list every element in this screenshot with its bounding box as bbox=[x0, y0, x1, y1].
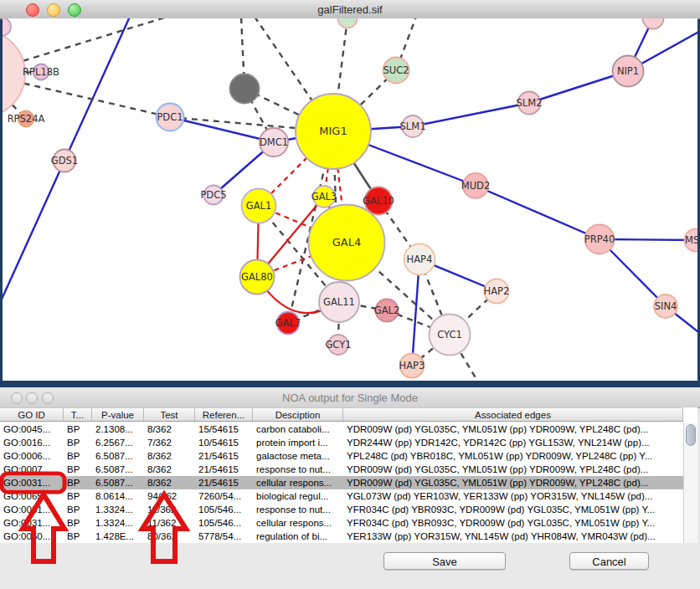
table-row[interactable]: GO:0016...BP6.2567...7/36210/54615protei… bbox=[0, 436, 683, 449]
edge-SLM1-SLM2[interactable] bbox=[413, 103, 529, 126]
cell: YFR034C (pd) YBR093C, YDR009W (pd) YGL03… bbox=[343, 516, 683, 530]
node-label-RPL18B: RPL18B bbox=[23, 66, 59, 78]
save-button[interactable]: Save bbox=[383, 552, 506, 570]
cell: BP bbox=[64, 436, 92, 449]
cell: 21/54615 bbox=[195, 449, 253, 463]
cell: BP bbox=[64, 476, 92, 489]
cell: 2.1308... bbox=[92, 423, 144, 436]
cell: 5778/54... bbox=[195, 530, 253, 543]
cell: 8/362 bbox=[144, 476, 195, 489]
cell: YDR009W (pd) YGL035C, YML051W (pp) YDR00… bbox=[343, 476, 683, 489]
cell: 6.5087... bbox=[92, 463, 144, 476]
table-row[interactable]: GO:0045...BP2.1308...8/36215/54615carbon… bbox=[0, 423, 683, 436]
cell: 94/362 bbox=[144, 489, 195, 503]
cell: 80/362 bbox=[144, 530, 195, 543]
cell: BP bbox=[64, 449, 92, 463]
cell: 7260/54... bbox=[195, 489, 253, 503]
network-graph: RPL18BRPS24AGDS1PDC1DMC1MIG1SUC2SLM1SLM2… bbox=[3, 18, 697, 381]
cell: YGL073W (pd) YER103W, YER133W (pp) YOR31… bbox=[343, 489, 683, 503]
table-row[interactable]: GO:0050...BP1.428E...80/3625778/54...reg… bbox=[0, 530, 683, 543]
cell: BP bbox=[64, 503, 92, 516]
column-header-p-value[interactable]: P-value bbox=[92, 408, 144, 421]
node-cornertl[interactable] bbox=[3, 18, 11, 36]
cell: YDR009W (pd) YGL035C, YML051W (pp) YDR00… bbox=[343, 423, 683, 436]
node-label-HAP3: HAP3 bbox=[399, 360, 425, 371]
edge-GDS1-a2[interactable] bbox=[3, 161, 64, 303]
cell: 1.3324... bbox=[92, 516, 144, 530]
cell: BP bbox=[64, 423, 92, 436]
cell: 1.3324... bbox=[92, 503, 144, 516]
cell: YER133W (pp) YOR315W, YNL145W (pd) YHR08… bbox=[343, 530, 683, 543]
cell: GO:0006... bbox=[0, 449, 64, 463]
noa-window-titlebar[interactable]: NOA output for Single Mode bbox=[0, 387, 700, 408]
results-table-header: GO IDT...P-valueTestReferen...Desciption… bbox=[0, 407, 683, 422]
cell: GO:0031... bbox=[0, 476, 64, 489]
table-row[interactable]: GO:0065...BP8.0614...94/3627260/54...bio… bbox=[0, 489, 683, 503]
node-label-SLM1: SLM1 bbox=[400, 120, 426, 132]
table-row[interactable]: GO:0006...BP6.5087...8/36221/54615galact… bbox=[0, 449, 683, 463]
node-label-SIN4: SIN4 bbox=[655, 300, 677, 312]
node-label-MUD2: MUD2 bbox=[461, 180, 491, 192]
node-label-GDS1: GDS1 bbox=[51, 155, 78, 166]
network-canvas[interactable]: RPL18BRPS24AGDS1PDC1DMC1MIG1SUC2SLM1SLM2… bbox=[3, 18, 697, 381]
cell: 6.5087... bbox=[92, 476, 144, 489]
network-window: galFiltered.sif RPL18BRPS24AGDS1PDC1DMC1… bbox=[0, 0, 700, 381]
cell: 105/546... bbox=[195, 503, 253, 516]
noa-window-title: NOA output for Single Mode bbox=[282, 392, 418, 404]
node-label-HAP2: HAP2 bbox=[484, 285, 510, 297]
cell: response to nut... bbox=[253, 503, 343, 516]
cell: BP bbox=[64, 516, 92, 530]
cell: 7/362 bbox=[144, 436, 195, 449]
node-label-GAL10: GAL10 bbox=[363, 195, 394, 207]
cell: cellular respons... bbox=[253, 516, 343, 530]
cell: 11/362 bbox=[144, 503, 195, 516]
cell: BP bbox=[64, 489, 92, 503]
cell: 11/362 bbox=[144, 516, 195, 530]
cell: carbon cataboli... bbox=[253, 423, 343, 436]
node-label-RPS24A: RPS24A bbox=[8, 113, 45, 125]
edge-a1-GDS1[interactable] bbox=[64, 18, 130, 161]
cell: 21/54615 bbox=[195, 476, 253, 489]
cell: 6.2567... bbox=[92, 436, 144, 449]
cell: YPL248C (pd) YBR018C, YML051W (pp) YDR00… bbox=[343, 449, 683, 463]
node-bigleft[interactable] bbox=[3, 30, 25, 117]
cell: protein import i... bbox=[253, 436, 343, 449]
cell: 15/54615 bbox=[195, 423, 253, 436]
node-label-HAP4: HAP4 bbox=[407, 254, 433, 265]
vertical-scrollbar[interactable] bbox=[683, 423, 697, 543]
edge-PDC1-DMC1[interactable] bbox=[170, 117, 274, 142]
column-header-desciption[interactable]: Desciption bbox=[253, 408, 343, 421]
cell: 6.5087... bbox=[92, 449, 144, 463]
node-toppink[interactable] bbox=[643, 18, 664, 29]
column-header-t-[interactable]: T... bbox=[64, 408, 92, 421]
scrollbar-thumb[interactable] bbox=[686, 424, 696, 446]
node-label-DMC1: DMC1 bbox=[260, 136, 288, 148]
cell: 1.428E... bbox=[92, 530, 144, 543]
table-row[interactable]: GO:0031...BP1.3324...11/362105/546...cel… bbox=[0, 516, 683, 530]
zoom-button[interactable] bbox=[42, 392, 54, 404]
minimize-button[interactable] bbox=[47, 3, 60, 17]
table-row[interactable]: GO:0031...BP1.3324...11/362105/546...res… bbox=[0, 503, 683, 516]
node-label-GAL11: GAL11 bbox=[323, 296, 355, 308]
cell: 105/546... bbox=[195, 516, 253, 530]
column-header-go-id[interactable]: GO ID bbox=[0, 408, 64, 421]
close-button[interactable] bbox=[26, 3, 39, 17]
close-button[interactable] bbox=[11, 392, 23, 404]
network-window-titlebar[interactable]: galFiltered.sif bbox=[0, 0, 700, 19]
node-label-NIP1: NIP1 bbox=[617, 65, 639, 77]
table-row[interactable]: GO:0031...BP6.5087...8/36221/54615cellul… bbox=[0, 476, 683, 489]
node-label-GCY1: GCY1 bbox=[325, 339, 351, 351]
table-row[interactable]: GO:0007...BP6.5087...8/36221/54615respon… bbox=[0, 463, 683, 476]
cancel-button[interactable]: Cancel bbox=[569, 552, 649, 570]
cell: YDR009W (pd) YGL035C, YML051W (pp) YDR00… bbox=[343, 463, 683, 476]
node-darknode[interactable] bbox=[230, 74, 260, 104]
column-header-referen-[interactable]: Referen... bbox=[195, 408, 253, 421]
cell: GO:0045... bbox=[0, 423, 64, 436]
node-label-CYC1: CYC1 bbox=[437, 329, 462, 341]
minimize-button[interactable] bbox=[26, 392, 38, 404]
node-topgreen[interactable] bbox=[338, 18, 358, 28]
column-header-test[interactable]: Test bbox=[144, 408, 195, 421]
edge-MUD2-PRP40[interactable] bbox=[476, 186, 600, 239]
zoom-button[interactable] bbox=[68, 3, 81, 17]
column-header-associated-edges[interactable]: Associated edges bbox=[343, 408, 683, 421]
